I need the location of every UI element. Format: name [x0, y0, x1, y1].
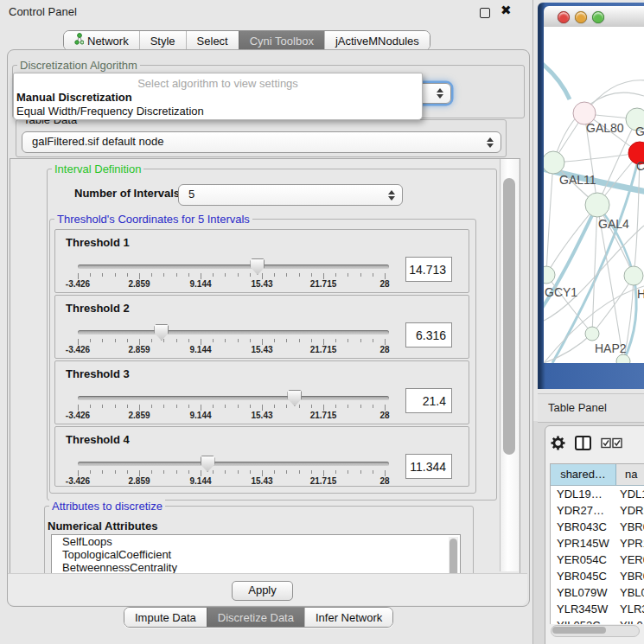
table-row[interactable]: YIL052CYIL0: [551, 617, 644, 624]
table-cell[interactable]: YBR045C: [551, 568, 616, 584]
attribute-list-item[interactable]: SelfLoops: [52, 535, 460, 548]
attribute-list-item[interactable]: TopologicalCoefficient: [52, 548, 460, 561]
table-row[interactable]: YBR043CYBR0: [551, 519, 644, 535]
node-label-ga: GA: [635, 124, 644, 138]
table-cell[interactable]: YBR0: [616, 519, 644, 535]
table-cell[interactable]: YBL0: [616, 584, 644, 601]
bottom-tab-bar: Impute Data Discretize Data Infer Networ…: [124, 607, 393, 628]
table-row[interactable]: YLR345WYLR3: [551, 601, 644, 617]
table-row[interactable]: YER054CYER0: [551, 552, 644, 568]
table-row[interactable]: YDR27…YDR2: [551, 502, 644, 519]
table-cell[interactable]: YIL052C: [551, 617, 616, 624]
dropdown-option-equal-width[interactable]: Equal Width/Frequency Discretization: [16, 105, 204, 118]
slider-tick-label: -3.426: [66, 411, 90, 420]
node-label-hap2: HAP2: [595, 341, 627, 355]
network-node-h[interactable]: [624, 266, 643, 285]
column-header-name[interactable]: na: [616, 464, 644, 485]
gear-icon[interactable]: [551, 436, 565, 450]
threshold-value-field[interactable]: 14.713: [405, 257, 452, 282]
table-cell[interactable]: YDL19…: [551, 486, 616, 502]
table-row[interactable]: YPR145WYPR1: [551, 535, 644, 552]
network-canvas[interactable]: GAL80 GA C GAL11 GAL4 GCY1 H HAP2: [544, 27, 644, 363]
tab-cyni-toolbox[interactable]: Cyni Toolbox: [239, 31, 324, 50]
network-node-bottom[interactable]: [616, 354, 630, 363]
slider-tick-label: 28: [379, 279, 389, 289]
tab-style[interactable]: Style: [139, 31, 186, 50]
table-cell[interactable]: YDR2: [616, 502, 644, 519]
numerical-attributes-list[interactable]: SelfLoopsTopologicalCoefficientBetweenne…: [51, 534, 461, 574]
table-cell[interactable]: YPR145W: [551, 535, 616, 552]
tab-jactivemnodules[interactable]: jActiveMNodules: [324, 31, 430, 50]
table-hscroll-thumb[interactable]: [552, 627, 606, 634]
table-cell[interactable]: YBR043C: [551, 519, 616, 535]
control-panel: Control Panel ✖ Network Style Select Cyn…: [0, 0, 533, 644]
settings-scrollbar[interactable]: [500, 159, 519, 571]
tab-network-label: Network: [87, 32, 129, 50]
attribute-list-item[interactable]: BetweennessCentrality: [52, 561, 460, 574]
threshold-slider-track[interactable]: [78, 462, 389, 466]
number-of-intervals-label: Number of Intervals: [74, 187, 180, 200]
network-node-gcy1[interactable]: [544, 266, 555, 284]
slider-tick-label: 2.859: [128, 476, 150, 486]
threshold-slider-track[interactable]: [78, 396, 389, 400]
tab-discretize-data[interactable]: Discretize Data: [207, 608, 304, 627]
tab-network[interactable]: Network: [64, 31, 139, 50]
network-node-hap2[interactable]: [585, 327, 599, 341]
slider-tick-label: 28: [379, 345, 389, 354]
close-traffic-light[interactable]: [558, 11, 570, 23]
attributes-list-items: SelfLoopsTopologicalCoefficientBetweenne…: [52, 535, 460, 574]
slider-tick-labels: -3.4262.8599.14415.4321.71528: [78, 476, 386, 487]
float-window-icon[interactable]: [480, 8, 490, 18]
table-cell[interactable]: YBR0: [616, 568, 644, 584]
threshold-label: Threshold 2: [66, 302, 130, 315]
table-panel-header: Table Panel: [538, 393, 644, 423]
tab-select[interactable]: Select: [186, 31, 239, 50]
table-cell[interactable]: YER054C: [551, 552, 616, 568]
threshold-value-field[interactable]: 11.344: [405, 454, 452, 479]
threshold-slider-track[interactable]: [78, 265, 389, 269]
table-horizontal-scrollbar[interactable]: [551, 625, 640, 637]
zoom-traffic-light[interactable]: [592, 11, 604, 23]
table-cell[interactable]: YLR3: [616, 601, 644, 617]
slider-tick-label: 21.715: [310, 476, 337, 486]
node-table: shared… na YDL19…YDL1YDR27…YDR2YBR043CYB…: [550, 463, 644, 624]
thresholds-group-title: Threshold's Coordinates for 5 Intervals: [54, 213, 252, 226]
table-row[interactable]: YBR045CYBR0: [551, 568, 644, 584]
table-cell[interactable]: YIL0: [616, 617, 644, 624]
table-cell[interactable]: YDL1: [616, 486, 644, 502]
slider-tick-label: 9.144: [189, 411, 211, 420]
table-cell[interactable]: YER0: [616, 552, 644, 568]
network-node-gal4[interactable]: [585, 193, 609, 217]
column-header-shared-name[interactable]: shared…: [551, 464, 616, 485]
tab-impute-data[interactable]: Impute Data: [124, 608, 207, 627]
threshold-panel-2: Threshold 2 -3.4262.8599.14415.4321.7152…: [54, 295, 469, 359]
split-columns-icon[interactable]: [575, 436, 591, 450]
slider-tick-label: 21.715: [310, 279, 337, 289]
minimize-traffic-light[interactable]: [575, 11, 587, 23]
settings-scrollbar-thumb[interactable]: [503, 178, 515, 455]
table-cell[interactable]: YDR27…: [551, 502, 616, 519]
number-of-intervals-spinner[interactable]: 5: [178, 184, 403, 206]
network-window-titlebar[interactable]: [544, 6, 644, 28]
dropdown-option-manual[interactable]: Manual Discretization: [16, 91, 132, 104]
spinner-arrows-icon: [388, 190, 395, 201]
table-row[interactable]: YBL079WYBL0: [551, 584, 644, 601]
network-nodes[interactable]: [544, 102, 644, 363]
slider-tick-label: 15.43: [251, 279, 272, 289]
attributes-list-scrollbar[interactable]: [449, 537, 458, 574]
apply-button[interactable]: Apply: [232, 581, 293, 601]
table-cell[interactable]: YBL079W: [551, 584, 616, 601]
node-label-gal80: GAL80: [586, 121, 624, 135]
threshold-value-field[interactable]: 21.4: [405, 388, 452, 413]
threshold-slider-track[interactable]: [78, 330, 389, 335]
table-cell[interactable]: YLR345W: [551, 601, 616, 617]
network-node-gal11[interactable]: [544, 151, 564, 174]
tab-infer-network[interactable]: Infer Network: [304, 608, 392, 627]
node-label-gcy1: GCY1: [545, 285, 577, 299]
checkboxes-icon[interactable]: [601, 437, 622, 449]
table-cell[interactable]: YPR1: [616, 535, 644, 552]
table-row[interactable]: YDL19…YDL1: [551, 486, 644, 502]
close-icon[interactable]: ✖: [501, 3, 512, 18]
threshold-value-field[interactable]: 6.316: [405, 322, 452, 348]
table-data-combobox[interactable]: galFiltered.sif default node: [22, 131, 501, 153]
